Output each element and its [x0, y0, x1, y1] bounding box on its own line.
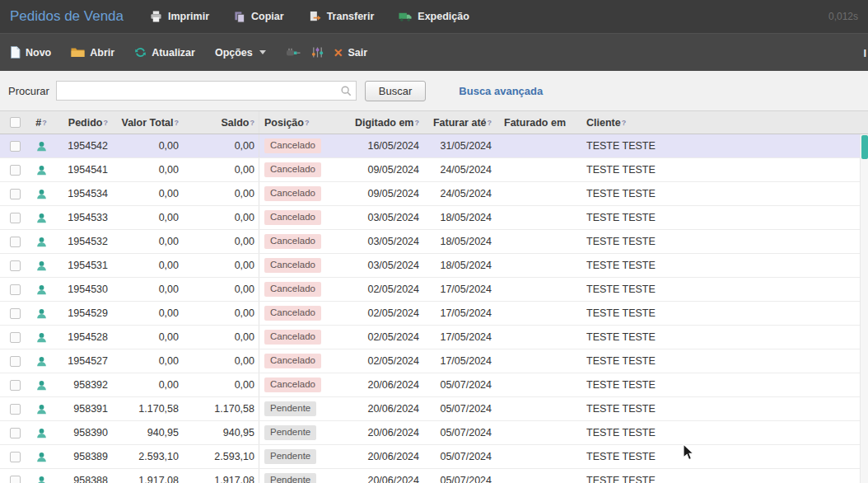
table-row[interactable]: 19545410,000,00Cancelado09/05/202424/05/…	[0, 158, 868, 182]
table-row[interactable]: 19545340,000,00Cancelado09/05/202424/05/…	[0, 182, 868, 206]
order-balance: 2.593,10	[183, 445, 259, 468]
table-row[interactable]: 19545310,000,00Cancelado03/05/202418/05/…	[0, 254, 868, 278]
column-header-posicao[interactable]: Posição?	[259, 111, 343, 134]
transfer-button[interactable]: Transferir	[309, 11, 375, 23]
copy-icon	[234, 11, 245, 23]
row-checkbox[interactable]	[10, 308, 21, 319]
user-status-icon	[35, 140, 48, 152]
table-row[interactable]: 19545270,000,00Cancelado02/05/202417/05/…	[0, 349, 868, 373]
order-icon-cell	[30, 158, 53, 181]
table-row[interactable]: 9583920,000,00Cancelado20/06/202405/07/2…	[0, 373, 868, 397]
order-invoiced-date	[496, 182, 581, 205]
column-header-faturar-ate[interactable]: Faturar até?	[423, 111, 496, 134]
column-header-label: Digitado em	[355, 117, 414, 129]
table-row[interactable]: 19545290,000,00Cancelado02/05/202417/05/…	[0, 302, 868, 326]
row-checkbox[interactable]	[10, 165, 21, 176]
row-select-cell	[0, 206, 30, 229]
open-button[interactable]: Abrir	[71, 47, 114, 59]
row-checkbox[interactable]	[10, 428, 21, 438]
options-button[interactable]: Opções	[215, 47, 266, 59]
order-icon-cell	[30, 134, 53, 157]
exit-button[interactable]: ✕ Sair	[334, 47, 367, 59]
settings-sliders-button[interactable]	[311, 46, 324, 59]
order-number: 958388	[53, 469, 112, 483]
table-row[interactable]: 958390940,95940,95Pendente20/06/202405/0…	[0, 421, 868, 445]
row-checkbox[interactable]	[10, 189, 21, 199]
search-input[interactable]	[56, 81, 357, 101]
table-row[interactable]: 19545330,000,00Cancelado03/05/202418/05/…	[0, 206, 868, 230]
column-header-pedido[interactable]: Pedido?	[53, 111, 112, 134]
order-balance: 1.917,08	[183, 469, 259, 483]
truck-icon	[399, 11, 412, 22]
order-number: 1954529	[53, 302, 112, 325]
new-button[interactable]: Novo	[10, 46, 51, 59]
column-help-mark: ?	[305, 119, 310, 127]
order-number: 958389	[53, 445, 112, 468]
table-row[interactable]: 19545280,000,00Cancelado02/05/202417/05/…	[0, 326, 868, 349]
table-row[interactable]: 9583881.917,081.917,08Pendente20/06/2024…	[0, 469, 868, 483]
connection-button[interactable]	[286, 47, 301, 59]
row-checkbox[interactable]	[10, 213, 21, 223]
shipping-button[interactable]: Expedição	[399, 11, 469, 22]
order-invoiced-date	[496, 158, 581, 181]
user-status-icon	[35, 427, 48, 439]
column-header-label: Faturado em	[504, 117, 566, 129]
advanced-search-link[interactable]: Busca avançada	[459, 85, 543, 97]
row-select-cell	[0, 158, 30, 181]
status-badge: Cancelado	[264, 210, 321, 225]
order-icon-cell	[30, 349, 53, 373]
refresh-button-label: Atualizar	[152, 47, 195, 59]
table-row[interactable]: 9583892.593,102.593,10Pendente20/06/2024…	[0, 445, 868, 469]
user-status-icon	[35, 212, 48, 224]
order-total: 2.593,10	[112, 445, 183, 468]
status-badge: Cancelado	[264, 258, 321, 273]
order-balance: 0,00	[183, 254, 259, 277]
row-checkbox[interactable]	[10, 332, 21, 343]
row-checkbox[interactable]	[10, 380, 21, 391]
order-entered-date: 20/06/2024	[343, 397, 423, 420]
vertical-scrollbar[interactable]	[860, 134, 868, 483]
table-row[interactable]: 9583911.170,581.170,58Pendente20/06/2024…	[0, 397, 868, 421]
row-select-cell	[0, 182, 30, 205]
table-row[interactable]: 19545320,000,00Cancelado03/05/202418/05/…	[0, 230, 868, 254]
column-header-saldo[interactable]: Saldo?	[183, 111, 259, 134]
print-button[interactable]: Imprimir	[150, 11, 209, 22]
search-label: Procurar	[8, 85, 49, 97]
row-select-cell	[0, 421, 30, 444]
row-checkbox[interactable]	[10, 141, 21, 152]
order-entered-date: 09/05/2024	[343, 182, 423, 205]
search-input-wrap	[56, 81, 357, 101]
order-entered-date: 02/05/2024	[343, 302, 423, 325]
table-row[interactable]: 19545300,000,00Cancelado02/05/202417/05/…	[0, 278, 868, 302]
column-header-valor-total[interactable]: Valor Total?	[112, 111, 183, 134]
table-row[interactable]: 19545420,000,00Cancelado16/05/202431/05/…	[0, 134, 868, 158]
order-total: 0,00	[112, 349, 183, 373]
order-icon-cell	[30, 421, 53, 444]
column-header-numero[interactable]: #?	[30, 111, 53, 134]
row-checkbox[interactable]	[10, 237, 21, 247]
copy-button[interactable]: Copiar	[234, 11, 284, 23]
column-header-digitado-em[interactable]: Digitado em?	[343, 111, 423, 134]
order-customer: TESTE TESTE	[581, 134, 868, 157]
column-header-faturado-em[interactable]: Faturado em	[496, 111, 581, 134]
refresh-button[interactable]: Atualizar	[134, 46, 195, 59]
user-status-icon	[35, 236, 48, 248]
row-checkbox[interactable]	[10, 260, 21, 271]
status-badge: Cancelado	[264, 138, 321, 153]
row-checkbox[interactable]	[10, 476, 21, 483]
order-total: 940,95	[112, 421, 183, 444]
status-badge: Cancelado	[264, 306, 321, 321]
row-select-cell	[0, 373, 30, 396]
row-checkbox[interactable]	[10, 356, 21, 367]
order-status-cell: Cancelado	[259, 326, 343, 349]
order-invoiced-date	[496, 278, 581, 301]
column-header-cliente[interactable]: Cliente?	[581, 111, 868, 134]
select-all-checkbox[interactable]	[10, 117, 21, 128]
order-total: 0,00	[112, 302, 183, 325]
search-button[interactable]: Buscar	[365, 81, 426, 101]
row-checkbox[interactable]	[10, 284, 21, 295]
scrollbar-thumb[interactable]	[861, 135, 868, 159]
row-checkbox[interactable]	[10, 404, 21, 415]
row-checkbox[interactable]	[10, 452, 21, 462]
row-select-cell	[0, 254, 30, 277]
